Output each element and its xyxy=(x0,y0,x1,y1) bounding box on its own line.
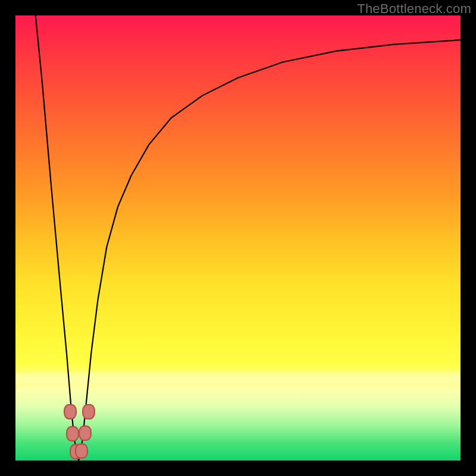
bottleneck-curve xyxy=(36,15,461,461)
data-marker xyxy=(66,426,79,441)
data-marker xyxy=(75,443,88,459)
data-marker xyxy=(64,404,77,419)
data-marker xyxy=(82,404,95,419)
data-marker xyxy=(79,425,92,441)
chart-container: TheBottleneck.com xyxy=(0,0,476,476)
curve-layer xyxy=(15,15,461,461)
plot-area xyxy=(15,15,461,461)
watermark-text: TheBottleneck.com xyxy=(357,1,471,17)
